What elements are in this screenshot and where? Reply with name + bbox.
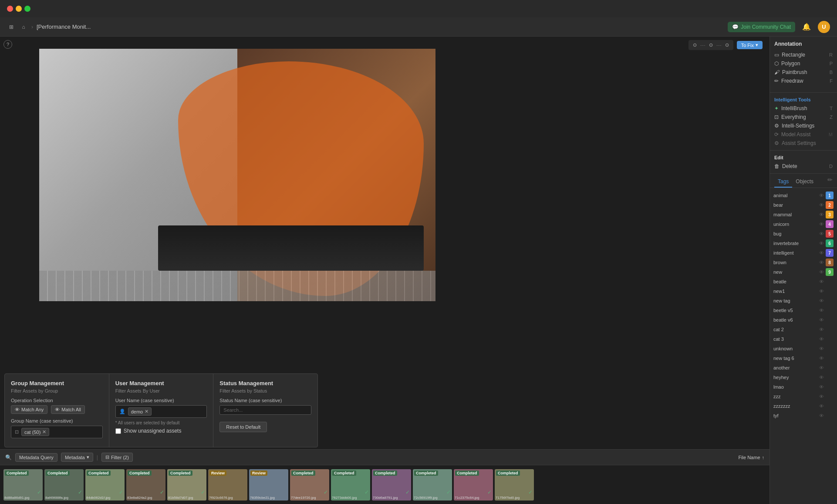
tab-objects[interactable]: Objects <box>792 176 817 188</box>
window-controls <box>7 6 30 12</box>
tag-visibility-icon[interactable]: 👁 <box>819 384 824 390</box>
close-button[interactable] <box>7 6 13 12</box>
tag-visibility-icon[interactable]: 👁 <box>819 346 824 351</box>
film-label: 78359cbe21.jpg <box>250 496 287 500</box>
reset-to-default-button[interactable]: Reset to Default <box>219 422 267 432</box>
sort-button[interactable]: File Name ↑ <box>738 455 764 460</box>
film-thumb[interactable]: Completed8d88a86d91.jpg✓ <box>3 469 43 501</box>
delete-tool[interactable]: 🗑 Delete D <box>770 162 837 171</box>
film-thumb[interactable]: Completed8af49688fa.jpg✓ <box>44 469 84 501</box>
tag-visibility-icon[interactable]: 👁 <box>819 308 824 313</box>
community-chat-button[interactable]: 💬 Join Community Chat <box>728 22 795 32</box>
breadcrumb: [Performance Monit... <box>37 24 91 30</box>
everything-tool[interactable]: ⊡ Everything Z <box>770 113 837 121</box>
edit-tags-icon[interactable]: ✏ <box>827 176 833 188</box>
tag-count-badge <box>826 287 834 295</box>
status-management-subtitle: Filter Assets by Status <box>219 388 311 393</box>
delete-label: Delete <box>782 163 797 169</box>
film-thumb[interactable]: Completed81b58d7d07.jpg✓ <box>167 469 206 501</box>
tag-visibility-icon[interactable]: 👁 <box>819 231 824 236</box>
tab-tags[interactable]: Tags <box>774 176 792 188</box>
delete-icon: 🗑 <box>774 163 780 169</box>
tag-visibility-icon[interactable]: 👁 <box>819 413 824 418</box>
filter-count-button[interactable]: ⊟ Filter (2) <box>101 453 133 462</box>
tag-visibility-icon[interactable]: 👁 <box>819 289 824 294</box>
intellibrush-label: IntelliBrush <box>781 105 807 111</box>
tag-visibility-icon[interactable]: 👁 <box>819 403 824 409</box>
tag-row: cat 2👁 <box>773 325 834 334</box>
model-assist-tool[interactable]: ⟳ Model Assist M <box>770 130 837 139</box>
remove-user-tag-icon[interactable]: ✕ <box>145 409 148 414</box>
show-unassigned-checkbox[interactable] <box>115 428 121 434</box>
remove-group-tag-icon[interactable]: ✕ <box>42 429 46 435</box>
toolbar-btn-2[interactable]: ⊙ <box>707 41 715 49</box>
polygon-tool[interactable]: ⬡ Polygon P <box>774 59 833 68</box>
tag-visibility-icon[interactable]: 👁 <box>819 356 824 361</box>
group-management-subtitle: Filter Assets by Group <box>11 388 103 393</box>
rectangle-label: Rectangle <box>782 52 805 58</box>
tag-visibility-icon[interactable]: 👁 <box>819 269 824 275</box>
film-thumb[interactable]: Completed84db062d1f.jpg✓ <box>85 469 125 501</box>
film-thumb[interactable]: Completed71c2375c64.jpg✓ <box>454 469 493 501</box>
tag-visibility-icon[interactable]: 👁 <box>819 365 824 370</box>
status-name-label: Status Name (case sensitive) <box>219 398 311 403</box>
grid-icon[interactable]: ⊞ <box>7 23 16 31</box>
assist-settings-tool[interactable]: ⚙ Assist Settings <box>770 139 837 148</box>
match-any-button[interactable]: 👁 Match Any <box>11 405 47 414</box>
tag-row: zzz👁 <box>773 392 834 401</box>
tag-visibility-icon[interactable]: 👁 <box>819 260 824 265</box>
film-badge: Completed <box>496 470 520 476</box>
intelli-settings-tool[interactable]: ⚙ Intelli-Settings <box>770 121 837 130</box>
tag-visibility-icon[interactable]: 👁 <box>819 250 824 255</box>
film-thumb[interactable]: Completed71756f7bd0.jpg✓ <box>495 469 534 501</box>
tag-visibility-icon[interactable]: 👁 <box>819 327 824 332</box>
tag-visibility-icon[interactable]: 👁 <box>819 336 824 342</box>
film-thumb[interactable]: Completed76273ddb00.jpg✓ <box>331 469 370 501</box>
toolbar-btn-3[interactable]: ⊙ <box>723 41 731 49</box>
user-avatar[interactable]: U <box>818 21 830 33</box>
status-search-input[interactable] <box>219 405 311 415</box>
maximize-button[interactable] <box>24 6 30 12</box>
group-name-input[interactable]: ⊡ cat (50) ✕ <box>11 426 103 438</box>
notification-bell-icon[interactable]: 🔔 <box>802 23 811 31</box>
intellibrush-tool[interactable]: ✦ IntelliBrush T <box>770 104 837 113</box>
tag-row: another👁 <box>773 363 834 373</box>
paintbrush-tool[interactable]: 🖌 Paintbrush B <box>774 68 833 77</box>
tag-count-badge <box>826 364 834 372</box>
tag-visibility-icon[interactable]: 👁 <box>819 202 824 208</box>
toolbar-btn-1[interactable]: ⊙ <box>691 41 699 49</box>
tag-visibility-icon[interactable]: 👁 <box>819 298 824 303</box>
tag-visibility-icon[interactable]: 👁 <box>819 394 824 399</box>
match-all-button[interactable]: 👁 Match All <box>51 405 85 414</box>
paintbrush-key: B <box>830 70 833 75</box>
film-thumb[interactable]: Review7f923c6676.jpg <box>208 469 247 501</box>
rectangle-tool[interactable]: ▭ Rectangle R <box>774 50 833 59</box>
tag-row: new👁9 <box>773 267 834 277</box>
tag-list: animal👁1bear👁2mammal👁3unicorn👁4bug👁5inve… <box>770 191 837 420</box>
film-thumb[interactable]: Completed77dee19720.jpg✓ <box>290 469 329 501</box>
film-thumb[interactable]: Completed730d6a8791.jpg✓ <box>372 469 411 501</box>
status-search-field[interactable] <box>223 407 307 413</box>
status-badge[interactable]: To Fix ▾ <box>737 41 763 49</box>
film-thumb[interactable]: Completed83e8a824a2.jpg✓ <box>126 469 165 501</box>
tag-visibility-icon[interactable]: 👁 <box>819 222 824 227</box>
tag-visibility-icon[interactable]: 👁 <box>819 279 824 284</box>
metadata-label-button[interactable]: Metadata ▾ <box>61 453 93 462</box>
film-thumb[interactable]: Completed72c56919f9.jpg✓ <box>413 469 452 501</box>
tag-visibility-icon[interactable]: 👁 <box>819 241 824 246</box>
film-badge: Completed <box>87 470 111 476</box>
tag-visibility-icon[interactable]: 👁 <box>819 193 824 198</box>
user-name-input[interactable]: 👤 demo ✕ <box>115 405 207 418</box>
tag-visibility-icon[interactable]: 👁 <box>819 375 824 380</box>
home-icon[interactable]: ⌂ <box>19 23 28 31</box>
help-icon[interactable]: ? <box>3 40 12 49</box>
tag-visibility-icon[interactable]: 👁 <box>819 212 824 217</box>
freedraw-tool[interactable]: ✏ Freedraw F <box>774 77 833 85</box>
minimize-button[interactable] <box>16 6 22 12</box>
metadata-query-button[interactable]: Metadata Query <box>15 453 57 462</box>
tag-visibility-icon[interactable]: 👁 <box>819 317 824 323</box>
assist-settings-label: Assist Settings <box>782 140 816 146</box>
canvas-floor <box>39 271 435 301</box>
group-name-label: Group Name (case sensitive) <box>11 418 103 423</box>
film-thumb[interactable]: Review78359cbe21.jpg <box>249 469 288 501</box>
